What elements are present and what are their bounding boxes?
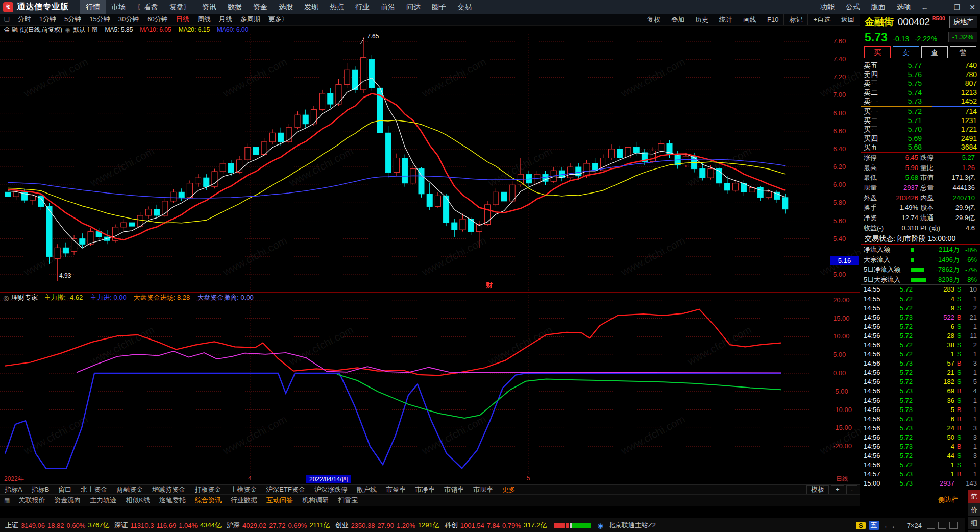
tool-统计[interactable]: 统计 bbox=[714, 14, 738, 25]
server-name[interactable]: 北京联通主站Z2 bbox=[608, 521, 656, 530]
index-quote-沪深[interactable]: 沪深4029.0227.720.69%2111亿 bbox=[227, 521, 330, 530]
timeframe-15分钟[interactable]: 15分钟 bbox=[85, 15, 114, 24]
menu-item-10[interactable]: 行业 bbox=[350, 0, 375, 14]
menu-item-9[interactable]: 热点 bbox=[324, 0, 350, 14]
tab-两融资金[interactable]: 两融资金 bbox=[112, 485, 148, 494]
timeframe-1分钟[interactable]: 1分钟 bbox=[35, 15, 60, 24]
index-quote-创业[interactable]: 创业2350.3827.901.20%1291亿 bbox=[335, 521, 439, 530]
menu-item-0[interactable]: 行情 bbox=[80, 0, 106, 14]
panel-toggle-icon-2[interactable] bbox=[938, 522, 946, 529]
bid-row-买四[interactable]: 买四5.692491 bbox=[861, 134, 980, 143]
tick-row-9[interactable]: 14:565.7221S1 bbox=[861, 368, 980, 377]
panel-toggle-icon-3[interactable] bbox=[949, 522, 958, 529]
timeframe-月线[interactable]: 月线 bbox=[215, 15, 236, 24]
menu-item-13[interactable]: 圈子 bbox=[426, 0, 452, 14]
earnings-event-marker[interactable]: 财 bbox=[486, 281, 493, 290]
timeframe-5分钟[interactable]: 5分钟 bbox=[60, 15, 85, 24]
menu-item-14[interactable]: 交易 bbox=[452, 0, 477, 14]
tick-list[interactable]: 14:555.72283S1014:555.724S114:555.729S21… bbox=[861, 285, 980, 488]
tab-机构调研[interactable]: 机构调研 bbox=[298, 496, 333, 505]
main-chart-selector-icon[interactable]: ◉ bbox=[65, 27, 70, 33]
tab-市净率[interactable]: 市净率 bbox=[410, 485, 439, 494]
action-button-警[interactable]: 警 bbox=[950, 46, 976, 58]
tick-row-3[interactable]: 14:565.73522B21 bbox=[861, 313, 980, 322]
tab-资金流向[interactable]: 资金流向 bbox=[50, 496, 85, 505]
tool-复权[interactable]: 复权 bbox=[642, 14, 666, 25]
tab-上榜资金[interactable]: 上榜资金 bbox=[226, 485, 261, 494]
tab-增减持资金[interactable]: 增减持资金 bbox=[148, 485, 190, 494]
ask-row-卖二[interactable]: 卖二5.741213 bbox=[861, 88, 980, 98]
ask-row-卖一[interactable]: 卖一5.731452 bbox=[861, 97, 980, 106]
panel-divider[interactable] bbox=[860, 14, 860, 518]
tick-row-11[interactable]: 14:565.7369B4 bbox=[861, 386, 980, 396]
menu-item-2[interactable]: 〖看盘 bbox=[131, 0, 164, 14]
index-quote-深证[interactable]: 深证11310.3116.691.04%4344亿 bbox=[114, 521, 222, 530]
back-icon[interactable]: ← bbox=[917, 3, 933, 11]
action-button-卖[interactable]: 卖 bbox=[893, 46, 919, 58]
indicator-selector-icon[interactable]: ◎ bbox=[3, 294, 9, 302]
sidebar-toggle[interactable]: 侧边栏 bbox=[938, 495, 958, 504]
indicator-name[interactable]: 理财专家 bbox=[11, 293, 38, 302]
side-tab-细[interactable]: 细 bbox=[968, 517, 980, 530]
right-menu-item-0[interactable]: 功能 bbox=[815, 0, 840, 14]
tick-row-14[interactable]: 14:565.736B1 bbox=[861, 415, 980, 424]
timeframe-60分钟[interactable]: 60分钟 bbox=[143, 15, 172, 24]
timeframe-更多〉[interactable]: 更多〉 bbox=[264, 15, 292, 24]
menu-item-6[interactable]: 资金 bbox=[248, 0, 273, 14]
minimize-icon[interactable]: — bbox=[933, 3, 949, 11]
tick-row-21[interactable]: 15:005.732937143 bbox=[861, 479, 980, 488]
menu-item-5[interactable]: 数据 bbox=[222, 0, 248, 14]
timeframe-分时[interactable]: 分时 bbox=[14, 15, 35, 24]
tool-叠加[interactable]: 叠加 bbox=[666, 14, 690, 25]
bid-row-买三[interactable]: 买三5.701721 bbox=[861, 125, 980, 134]
period-label[interactable]: 日线 bbox=[836, 475, 848, 483]
ime-item-0[interactable]: 五 bbox=[869, 521, 879, 530]
tick-row-20[interactable]: 14:575.731B1 bbox=[861, 470, 980, 479]
menu-item-4[interactable]: 资讯 bbox=[197, 0, 222, 14]
menu-item-12[interactable]: 问达 bbox=[401, 0, 426, 14]
menu-item-3[interactable]: 复盘〗 bbox=[164, 0, 197, 14]
tab-互动问答[interactable]: 互动问答 bbox=[262, 496, 298, 505]
tab-扫雷宝[interactable]: 扫雷宝 bbox=[333, 496, 362, 505]
bid-row-买一[interactable]: 买一5.72714 bbox=[861, 107, 980, 116]
side-tab-势[interactable]: 势 bbox=[968, 530, 980, 532]
right-menu-item-2[interactable]: 版面 bbox=[866, 0, 891, 14]
button-+[interactable]: + bbox=[831, 485, 844, 494]
tick-row-17[interactable]: 14:565.734B1 bbox=[861, 442, 980, 451]
tick-row-5[interactable]: 14:565.7228S11 bbox=[861, 331, 980, 341]
tab-打板资金[interactable]: 打板资金 bbox=[190, 485, 226, 494]
sector-badge[interactable]: 房地产 bbox=[949, 16, 977, 28]
main-chart-layout-label[interactable]: 默认主图 bbox=[74, 26, 98, 34]
tool-F10[interactable]: F10 bbox=[762, 14, 783, 25]
tick-row-19[interactable]: 14:565.721S1 bbox=[861, 461, 980, 470]
tab-窗口[interactable]: 窗口 bbox=[54, 485, 76, 494]
menu-item-11[interactable]: 前沿 bbox=[375, 0, 401, 14]
tool-+自选[interactable]: +自选 bbox=[807, 14, 836, 25]
index-quote-科创[interactable]: 科创1001.547.840.79%317.2亿 bbox=[445, 521, 547, 530]
tab-散户线[interactable]: 散户线 bbox=[352, 485, 381, 494]
ask-row-卖四[interactable]: 卖四5.76780 bbox=[861, 70, 980, 80]
close-icon[interactable]: ✕ bbox=[965, 3, 980, 11]
tick-row-13[interactable]: 14:565.735B1 bbox=[861, 405, 980, 415]
tick-row-15[interactable]: 14:565.7324B3 bbox=[861, 424, 980, 433]
tab-逐笔委托[interactable]: 逐笔委托 bbox=[155, 496, 190, 505]
tick-row-16[interactable]: 14:565.7250S3 bbox=[861, 433, 980, 442]
panel-toggle-icon-1[interactable] bbox=[927, 522, 935, 529]
ask-row-卖五[interactable]: 卖五5.77740 bbox=[861, 61, 980, 70]
index-quote-上证[interactable]: 上证3149.0618.820.60%3767亿 bbox=[5, 521, 109, 530]
pane-separator[interactable] bbox=[0, 292, 860, 293]
grid-layout-icon[interactable]: ▦ bbox=[0, 497, 14, 504]
timeframe-30分钟[interactable]: 30分钟 bbox=[114, 15, 143, 24]
action-button-买[interactable]: 买 bbox=[864, 46, 891, 58]
timeframe-日线[interactable]: 日线 bbox=[172, 15, 193, 24]
multi-window-icon[interactable]: ❏ bbox=[0, 16, 14, 23]
tick-row-1[interactable]: 14:555.724S1 bbox=[861, 295, 980, 304]
tool-返回[interactable]: 返回 bbox=[836, 14, 860, 25]
tick-row-8[interactable]: 14:565.7357B3 bbox=[861, 359, 980, 368]
tab-更多[interactable]: 更多 bbox=[498, 485, 520, 494]
tab-市盈率[interactable]: 市盈率 bbox=[381, 485, 410, 494]
tab-沪深涨跌停[interactable]: 沪深涨跌停 bbox=[310, 485, 352, 494]
tab-市销率[interactable]: 市销率 bbox=[439, 485, 469, 494]
side-tab-价[interactable]: 价 bbox=[968, 503, 980, 517]
tick-row-4[interactable]: 14:565.726S1 bbox=[861, 322, 980, 331]
